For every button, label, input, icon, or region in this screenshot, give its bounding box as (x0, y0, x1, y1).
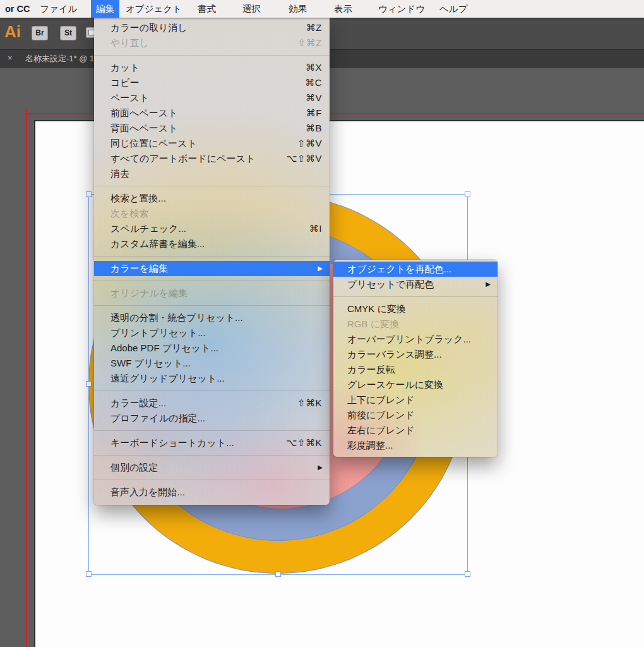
menu-separator (94, 455, 330, 456)
menu-item-1[interactable]: プリセットで再配色▶ (333, 277, 498, 292)
bleed-guide-vertical (26, 109, 27, 647)
selection-handle-7[interactable] (465, 571, 470, 577)
menu-item-27[interactable]: カラー設定...⇧⌘K (94, 396, 330, 411)
menu-item-22[interactable]: プリントプリセット... (94, 325, 330, 341)
menubar-item-6[interactable]: 効果 (283, 0, 312, 18)
menu-item-label: 透明の分割・統合プリセット... (110, 312, 243, 323)
menu-item-label: プリセットで再配色 (347, 279, 434, 289)
menu-item-30[interactable]: キーボードショートカット...⌥⇧⌘K (94, 435, 330, 450)
menubar-item-1[interactable]: ファイル (35, 0, 82, 18)
menu-item-shortcut: ⌘V (306, 90, 322, 106)
menu-item-34[interactable]: 音声入力を開始... (94, 485, 330, 500)
menu-item-label: 次を検索 (110, 208, 148, 219)
menu-item-label: 音声入力を開始... (110, 487, 185, 497)
menu-separator (94, 390, 330, 391)
menu-item-19: オリジナルを編集 (94, 286, 330, 301)
menu-item-8[interactable]: 同じ位置にペースト⇧⌘V (94, 136, 330, 151)
menu-item-label: 前面へペースト (110, 107, 177, 118)
menu-item-label: 遠近グリッドプリセット... (110, 373, 225, 384)
menubar-item-8[interactable]: ウィンドウ (373, 0, 430, 18)
menu-item-shortcut: ⌘B (306, 121, 322, 136)
menu-item-9[interactable]: 上下にブレンド (333, 392, 498, 408)
menu-item-32[interactable]: 個別の設定▶ (94, 460, 330, 475)
menu-item-shortcut: ⌥⇧⌘V (286, 151, 322, 166)
menu-item-3[interactable]: CMYK に変換 (333, 301, 498, 317)
menubar-item-4[interactable]: 書式 (193, 0, 221, 18)
menu-separator (94, 256, 330, 257)
submenu-arrow-icon: ▶ (318, 261, 323, 276)
selection-handle-0[interactable] (86, 191, 92, 197)
menu-item-label: カラーバランス調整... (347, 349, 442, 360)
menu-item-label: やり直し (110, 37, 149, 48)
menu-item-5[interactable]: オーバープリントブラック... (333, 332, 498, 347)
menu-item-label: プロファイルの指定... (110, 413, 205, 423)
menu-item-label: 背面へペースト (110, 123, 177, 133)
menu-item-label: 個別の設定 (110, 462, 158, 473)
tab-close-icon[interactable]: × (8, 53, 13, 63)
menubar-item-3[interactable]: オブジェクト (121, 0, 187, 18)
menu-separator (94, 186, 330, 186)
menu-item-15[interactable]: カスタム辞書を編集... (94, 236, 330, 251)
menu-separator (94, 480, 330, 480)
menu-item-label: 同じ位置にペースト (110, 138, 197, 148)
selection-handle-2[interactable] (465, 191, 470, 197)
menu-item-0[interactable]: カラーの取り消し⌘Z (94, 20, 330, 35)
menu-item-24[interactable]: SWF プリセット... (94, 356, 330, 371)
menu-item-14[interactable]: スペルチェック...⌘I (94, 221, 330, 236)
menu-separator (94, 281, 330, 281)
menu-item-8[interactable]: グレースケールに変換 (333, 377, 498, 392)
menu-item-label: カラーの取り消し (110, 22, 188, 33)
menu-item-label: 検索と置換... (110, 193, 166, 203)
selection-handle-3[interactable] (86, 381, 92, 387)
menu-item-label: キーボードショートカット... (110, 437, 234, 448)
selection-handle-5[interactable] (86, 571, 92, 577)
menu-item-label: ペースト (110, 92, 149, 103)
menu-item-7[interactable]: 背面へペースト⌘B (94, 121, 330, 136)
menubar-item-9[interactable]: ヘルプ (434, 0, 473, 18)
menubar-item-2[interactable]: 編集 (91, 0, 119, 18)
submenu-arrow-icon: ▶ (318, 460, 323, 475)
menu-item-10[interactable]: 消去 (94, 166, 330, 181)
menu-item-shortcut: ⌥⇧⌘K (286, 435, 322, 450)
menu-item-label: オーバープリントブラック... (347, 334, 471, 344)
menubar-item-7[interactable]: 表示 (329, 0, 357, 18)
menu-item-21[interactable]: 透明の分割・統合プリセット... (94, 310, 330, 325)
menu-separator (94, 55, 330, 56)
menu-item-shortcut: ⌘Z (306, 20, 322, 35)
menu-item-12[interactable]: 検索と置換... (94, 191, 330, 206)
menu-item-label: RGB に変換 (347, 318, 399, 329)
menubar-item-5[interactable]: 選択 (237, 0, 266, 18)
menu-item-6[interactable]: カラーバランス調整... (333, 347, 498, 362)
menu-item-label: Adobe PDF プリセット... (110, 342, 218, 353)
menu-separator (333, 296, 498, 297)
menu-item-4[interactable]: コピー⌘C (94, 75, 330, 90)
stock-button[interactable]: St (60, 26, 76, 40)
menu-item-11[interactable]: 左右にブレンド (333, 423, 498, 438)
menu-item-17[interactable]: カラーを編集▶ (94, 261, 330, 276)
menu-item-label: CMYK に変換 (347, 303, 406, 314)
bridge-button[interactable]: Br (32, 26, 48, 40)
menu-item-shortcut: ⌘F (306, 106, 322, 121)
menu-item-label: オブジェクトを再配色... (347, 263, 451, 274)
menu-item-10[interactable]: 前後にブレンド (333, 408, 498, 423)
menu-item-23[interactable]: Adobe PDF プリセット... (94, 341, 330, 356)
menu-item-label: 左右にブレンド (347, 425, 415, 435)
menu-item-9[interactable]: すべてのアートボードにペースト⌥⇧⌘V (94, 151, 330, 166)
menu-item-label: 消去 (110, 168, 129, 179)
menu-item-3[interactable]: カット⌘X (94, 60, 330, 75)
menu-item-6[interactable]: 前面へペースト⌘F (94, 106, 330, 121)
menu-item-label: カット (110, 62, 140, 73)
menubar: or CCファイル編集オブジェクト書式選択効果表示ウィンドウヘルプ (0, 0, 644, 18)
menubar-item-0[interactable]: or CC (0, 0, 35, 18)
selection-handle-6[interactable] (275, 571, 281, 577)
menu-item-28[interactable]: プロファイルの指定... (94, 411, 330, 426)
menu-item-shortcut: ⌘X (306, 60, 322, 75)
menu-item-5[interactable]: ペースト⌘V (94, 90, 330, 106)
submenu-arrow-icon: ▶ (486, 277, 491, 292)
menu-item-label: カスタム辞書を編集... (110, 238, 205, 249)
menu-item-0[interactable]: オブジェクトを再配色... (333, 262, 498, 277)
menu-item-25[interactable]: 遠近グリッドプリセット... (94, 371, 330, 386)
menu-item-12[interactable]: 彩度調整... (333, 438, 498, 453)
tab-title[interactable]: 名称未設定-1* @ 11 (25, 53, 98, 64)
menu-item-7[interactable]: カラー反転 (333, 362, 498, 377)
